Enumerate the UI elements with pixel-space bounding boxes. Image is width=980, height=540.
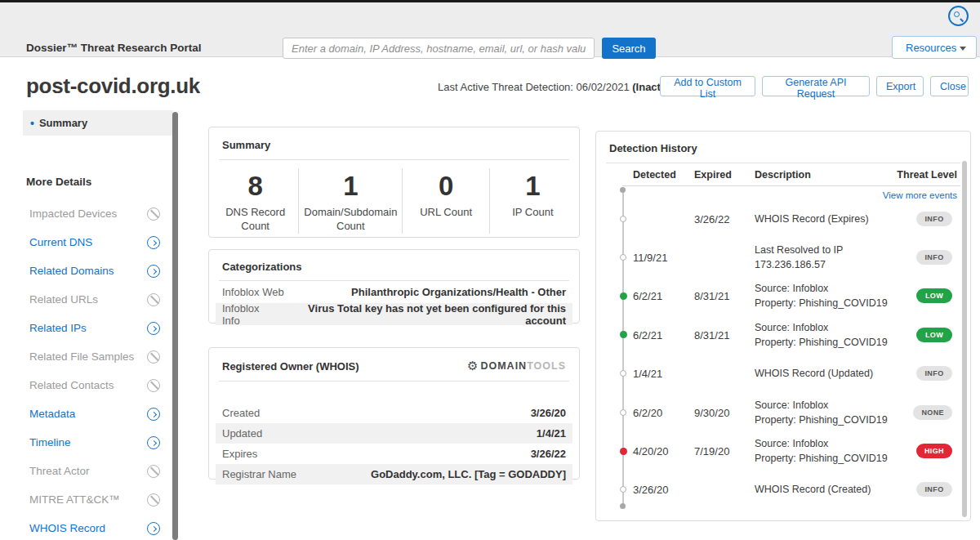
sidebar-item-label: Metadata <box>29 408 75 420</box>
timeline-dot <box>620 409 626 416</box>
detected-date: 6/2/20 <box>633 406 662 418</box>
blocked-icon <box>147 350 160 364</box>
sidebar-item-label: Impacted Devices <box>29 208 117 220</box>
whois-value: GoDaddy.com, LLC. [Tag = GODADDY] <box>371 468 566 480</box>
column-detected: Detected <box>633 169 676 181</box>
stat-label: DNS Record Count <box>217 205 293 234</box>
sidebar-item-related-file-samples: Related File Samples <box>29 342 160 371</box>
search-input[interactable] <box>283 38 595 59</box>
sidebar-item-label: Related URLs <box>29 293 98 306</box>
threat-level-badge: INFO <box>916 212 952 226</box>
sidebar-summary-label: Summary <box>39 117 87 129</box>
column-threat-level: Threat Level <box>897 169 957 181</box>
threat-level-badge: NONE <box>913 405 952 420</box>
expired-date: 8/31/21 <box>694 328 729 341</box>
summary-stats: 8 DNS Record Count 1 Domain/Subdomain Co… <box>209 160 579 234</box>
stat-domain-subdomain-count: 1 Domain/Subdomain Count <box>298 168 402 234</box>
sidebar-section-title: More Details <box>26 176 91 188</box>
add-to-custom-list-button[interactable]: Add to Custom List <box>660 76 755 96</box>
description-line2: Property: Phishing_COVID19 <box>755 297 888 309</box>
description-line2: Property: Phishing_COVID19 <box>755 453 888 464</box>
description: WHOIS Record (Updated) <box>755 366 902 381</box>
sidebar-item-metadata[interactable]: Metadata <box>29 399 160 428</box>
app-brand: Dossier™ Threat Research Portal <box>26 42 202 54</box>
sidebar-item-whois-record[interactable]: WHOIS Record <box>29 514 160 540</box>
description: Source: InfobloxProperty: Phishing_COVID… <box>755 398 902 427</box>
blocked-icon <box>147 379 160 392</box>
sidebar-item-current-dns[interactable]: Current DNS <box>29 228 160 257</box>
detection-row: 6/2/21 8/31/21 Source: InfobloxProperty:… <box>596 315 970 354</box>
detected-date: 1/4/21 <box>633 368 662 380</box>
timeline-dot <box>620 370 626 377</box>
sidebar-item-related-domains[interactable]: Related Domains <box>29 257 160 285</box>
detection-row: 1/4/21 WHOIS Record (Updated) INFO <box>596 355 970 393</box>
chevron-circle-icon <box>147 265 160 278</box>
categorizations-title: Categorizations <box>222 261 302 273</box>
close-button[interactable]: Close <box>930 76 969 96</box>
sidebar-item-summary[interactable]: • Summary <box>23 110 173 136</box>
sidebar-nav-list: Impacted Devices Current DNS Related Dom… <box>29 199 160 540</box>
last-active-threat-text: Last Active Threat Detection: 06/02/2021… <box>438 81 679 93</box>
timeline-dot <box>620 448 627 455</box>
sidebar-scrollbar[interactable] <box>172 112 178 540</box>
description-line1: Source: Infoblox <box>755 283 828 294</box>
sidebar-item-label: Timeline <box>29 436 71 449</box>
sidebar-item-label: Related Domains <box>29 265 114 277</box>
detected-date: 4/20/20 <box>633 445 668 457</box>
threat-level-badge: LOW <box>916 288 952 303</box>
column-expired: Expired <box>694 169 732 181</box>
export-button[interactable]: Export <box>876 76 924 96</box>
sidebar-item-label: Current DNS <box>29 236 92 248</box>
search-button[interactable]: Search <box>602 38 656 59</box>
dossier-portal-screen: Dossier™ Threat Research Portal Search R… <box>0 0 980 540</box>
domaintools-logo: ⚙ DOMAIN TOOLS <box>467 359 566 373</box>
logo-text-secondary: TOOLS <box>527 360 566 372</box>
expired-date: 7/19/20 <box>694 445 729 457</box>
timeline-dot <box>620 292 627 300</box>
whois-panel: Registered Owner (WHOIS) ⚙ DOMAIN TOOLS … <box>208 347 580 480</box>
bullet-icon: • <box>30 117 34 130</box>
stat-dns-record-count: 8 DNS Record Count <box>212 168 298 234</box>
last-active-label: Last Active Threat Detection: 06/02/2021 <box>438 81 632 93</box>
categorization-label: Infoblox Info <box>222 302 278 327</box>
description-line1: Source: Infoblox <box>755 399 828 411</box>
sidebar-item-related-ips[interactable]: Related IPs <box>29 314 160 342</box>
description-line1: Source: Infoblox <box>755 438 828 449</box>
generate-api-request-button[interactable]: Generate API Request <box>762 76 870 96</box>
blocked-icon <box>147 208 160 221</box>
timeline-dot <box>620 331 627 338</box>
timeline-dot <box>620 216 626 222</box>
stat-label: Domain/Subdomain Count <box>304 205 397 234</box>
threat-level-badge: LOW <box>916 328 952 342</box>
sidebar-item-timeline[interactable]: Timeline <box>29 428 160 457</box>
detection-row: 6/2/21 8/31/21 Source: InfobloxProperty:… <box>596 277 970 315</box>
gear-icon: ⚙ <box>467 359 478 373</box>
page-title: post-covid.org.uk <box>26 74 200 99</box>
sidebar-item-label: WHOIS Record <box>29 522 105 534</box>
timeline-dot <box>620 486 626 493</box>
resources-button[interactable]: Resources <box>892 36 977 59</box>
categorization-value: Virus Total key has not yet been configu… <box>278 302 566 327</box>
whois-title: Registered Owner (WHOIS) <box>222 360 359 373</box>
magnifier-lens <box>954 11 960 17</box>
whois-label: Registrar Name <box>222 468 296 480</box>
description: WHOIS Record (Expires) <box>755 212 902 226</box>
sidebar-item-related-urls: Related URLs <box>29 285 160 314</box>
stat-label: IP Count <box>495 205 571 220</box>
detection-history-title: Detection History <box>609 142 697 154</box>
whois-label: Updated <box>222 427 262 440</box>
sidebar-item-impacted-devices: Impacted Devices <box>29 199 160 228</box>
chevron-circle-icon <box>147 322 160 335</box>
whois-row-created: Created 3/26/20 <box>216 403 572 423</box>
whois-value: 1/4/21 <box>537 427 566 440</box>
timeline-endpoint-dot <box>620 187 626 193</box>
detection-history-scrollbar[interactable] <box>962 161 967 517</box>
description-line2: 173.236.186.57 <box>755 259 826 270</box>
description-line2: Property: Phishing_COVID19 <box>755 337 888 348</box>
whois-label: Created <box>222 407 260 419</box>
search-circle-icon[interactable] <box>948 6 969 26</box>
chevron-down-icon <box>960 47 966 51</box>
description-line1: Last Resolved to IP <box>755 244 843 256</box>
chevron-circle-icon <box>147 408 160 421</box>
detection-row: 11/9/21 Last Resolved to IP173.236.186.5… <box>596 238 970 276</box>
